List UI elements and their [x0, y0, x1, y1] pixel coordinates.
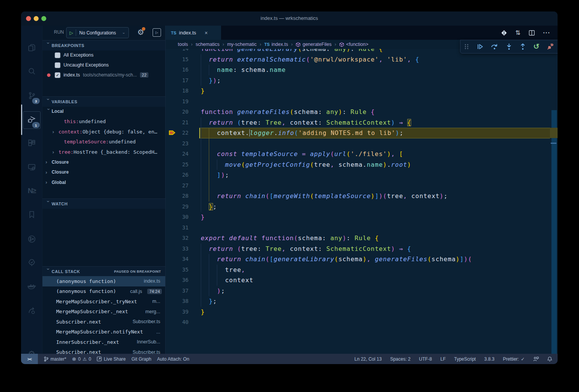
- scrollbar[interactable]: [550, 26, 558, 354]
- line-number[interactable]: 35: [166, 265, 189, 275]
- code-line-18[interactable]: 18}: [166, 86, 558, 96]
- compare-changes-icon[interactable]: ⇅: [516, 29, 520, 36]
- line-number[interactable]: 23: [166, 138, 189, 149]
- breadcrumb-item[interactable]: generateFiles: [296, 42, 332, 47]
- call-stack-frame[interactable]: Subscriber.nextSubscriber.ts: [42, 317, 166, 327]
- call-stack-frame[interactable]: MergeMapSubscriber.notifyNext...: [42, 327, 166, 337]
- line-number[interactable]: 34: [166, 254, 189, 265]
- line-number[interactable]: 40: [166, 317, 189, 328]
- line-number[interactable]: 36: [166, 275, 189, 286]
- activity-search[interactable]: [21, 62, 42, 81]
- line-number[interactable]: 33: [166, 244, 189, 254]
- status-problems[interactable]: ⊗0⚠0: [72, 356, 91, 362]
- status-git-graph[interactable]: Git Graph: [132, 356, 151, 362]
- status-notifications[interactable]: [547, 356, 552, 362]
- breakpoints-section-header[interactable]: › BREAKPOINTS: [42, 40, 166, 50]
- activity-live-share[interactable]: [21, 302, 42, 320]
- line-number[interactable]: 18: [166, 86, 189, 96]
- line-number[interactable]: 20: [166, 107, 189, 117]
- activity-nx-console[interactable]: N≥: [21, 182, 42, 200]
- line-number[interactable]: 28: [166, 191, 189, 202]
- line-number[interactable]: 37: [166, 286, 189, 296]
- code-line-31[interactable]: 31: [166, 223, 558, 233]
- open-debug-console-button[interactable]: ▷: [153, 28, 161, 37]
- line-number[interactable]: 30: [166, 212, 189, 223]
- line-number[interactable]: 16: [166, 65, 189, 75]
- call-stack-frame[interactable]: MergeMapSubscriber._nextmerg...: [42, 307, 166, 317]
- code-line-32[interactable]: 32export default function(schema: any): …: [166, 233, 558, 244]
- status-prettier[interactable]: Prettier:✓: [503, 356, 525, 362]
- configure-gear-button[interactable]: ⚙: [137, 28, 144, 36]
- breakpoint-row[interactable]: All Exceptions: [42, 50, 166, 60]
- code-line-38[interactable]: 38 };: [166, 296, 558, 307]
- status-auto-attach[interactable]: Auto Attach: On: [157, 356, 189, 362]
- call-stack-frame[interactable]: InnerSubscriber._nextInnerSub...: [42, 337, 166, 347]
- continue-icon[interactable]: [477, 43, 483, 50]
- close-tab-icon[interactable]: ×: [205, 30, 208, 36]
- code-line-16[interactable]: 16 name: schema.name: [166, 65, 558, 75]
- code-line-17[interactable]: 17 });: [166, 75, 558, 86]
- code-line-33[interactable]: 33 return (tree: Tree, context: Schemati…: [166, 244, 558, 254]
- call-stack-frame[interactable]: MergeMapSubscriber._tryNextm...: [42, 296, 166, 307]
- line-number[interactable]: 21: [166, 117, 189, 128]
- code-line-26[interactable]: 26 ]);: [166, 170, 558, 181]
- status-language-mode[interactable]: TypeScript: [454, 356, 476, 362]
- line-number[interactable]: 32: [166, 233, 189, 244]
- launch-configuration-dropdown[interactable]: ▷ No Configurations ⌄: [66, 27, 129, 38]
- variable-row[interactable]: this: undefined: [42, 117, 166, 127]
- code-line-23[interactable]: 23: [166, 138, 558, 149]
- code-line-40[interactable]: 40: [166, 317, 558, 328]
- variable-row[interactable]: templateSource: undefined: [42, 137, 166, 147]
- status-encoding[interactable]: UTF-8: [419, 356, 432, 362]
- variable-scope-row[interactable]: ›Global: [42, 177, 166, 187]
- breadcrumb-item[interactable]: tools: [178, 42, 188, 47]
- step-out-icon[interactable]: [520, 43, 526, 50]
- disconnect-icon[interactable]: [547, 43, 554, 50]
- code-line-35[interactable]: 35 tree,: [166, 265, 558, 275]
- code-line-34[interactable]: 34 return chain([generateLibrary(schema)…: [166, 254, 558, 265]
- activity-run-and-debug[interactable]: 1: [21, 111, 42, 129]
- status-live-share[interactable]: Live Share: [97, 356, 125, 362]
- variable-scope-row[interactable]: ›Closure: [42, 167, 166, 177]
- breakpoint-checkbox[interactable]: ✓: [55, 72, 60, 78]
- breadcrumb-item[interactable]: TSindex.ts: [264, 42, 288, 47]
- line-number[interactable]: 38: [166, 296, 189, 307]
- activity-extensions[interactable]: [21, 134, 42, 153]
- breadcrumb-item[interactable]: my-schematic: [227, 42, 257, 47]
- scrollbar-slider[interactable]: [551, 110, 557, 354]
- activity-git-graph[interactable]: [21, 230, 42, 248]
- code-line-25[interactable]: 25 move(getProjectConfig(tree, schema.na…: [166, 159, 558, 170]
- code-line-30[interactable]: 30}: [166, 212, 558, 223]
- line-number[interactable]: 27: [166, 181, 189, 191]
- call-stack-frame[interactable]: (anonymous function)index.ts: [42, 276, 166, 286]
- code-line-19[interactable]: 19: [166, 96, 558, 107]
- code-line-22[interactable]: 22 context.logger.info('adding NOTES.md …: [166, 128, 558, 138]
- call-stack-frame[interactable]: (anonymous function)call.js74:24: [42, 286, 166, 297]
- variable-scope-row[interactable]: ›Local: [42, 106, 166, 116]
- variable-row[interactable]: ›context: Object {debug: false, en…: [42, 127, 166, 137]
- variable-row[interactable]: ›tree: HostTree {_backend: ScopedH…: [42, 147, 166, 157]
- breakpoint-checkbox[interactable]: [55, 52, 60, 58]
- title-bar[interactable]: index.ts — wrkschematics: [21, 11, 558, 26]
- line-number[interactable]: 39: [166, 307, 189, 317]
- status-ts-version[interactable]: 3.8.3: [484, 356, 494, 362]
- step-into-icon[interactable]: [506, 43, 512, 50]
- code-line-24[interactable]: 24 const templateSource = apply(url('./f…: [166, 149, 558, 159]
- line-number[interactable]: 17: [166, 75, 189, 86]
- activity-remote-explorer[interactable]: [21, 158, 42, 176]
- line-number[interactable]: 29: [166, 202, 189, 212]
- code-line-28[interactable]: 28 return chain([mergeWith(templateSourc…: [166, 191, 558, 202]
- call-stack-section-header[interactable]: › CALL STACK PAUSED ON BREAKPOINT: [42, 266, 166, 277]
- breakpoint-checkbox[interactable]: [55, 62, 60, 68]
- code-line-27[interactable]: 27: [166, 181, 558, 191]
- code-line-15[interactable]: 15 return externalSchematic('@nrwl/works…: [166, 54, 558, 65]
- line-number[interactable]: 22: [166, 128, 189, 138]
- start-debugging-icon[interactable]: ▷: [70, 30, 73, 36]
- line-number[interactable]: 15: [166, 54, 189, 65]
- code-line-29[interactable]: 29 };: [166, 202, 558, 212]
- code-editor[interactable]: 14function generateLibrary(schema: any):…: [166, 26, 558, 354]
- restart-icon[interactable]: ↺: [533, 43, 539, 50]
- status-feedback[interactable]: [533, 356, 539, 361]
- activity-explorer[interactable]: [21, 39, 42, 57]
- line-number[interactable]: 19: [166, 96, 189, 107]
